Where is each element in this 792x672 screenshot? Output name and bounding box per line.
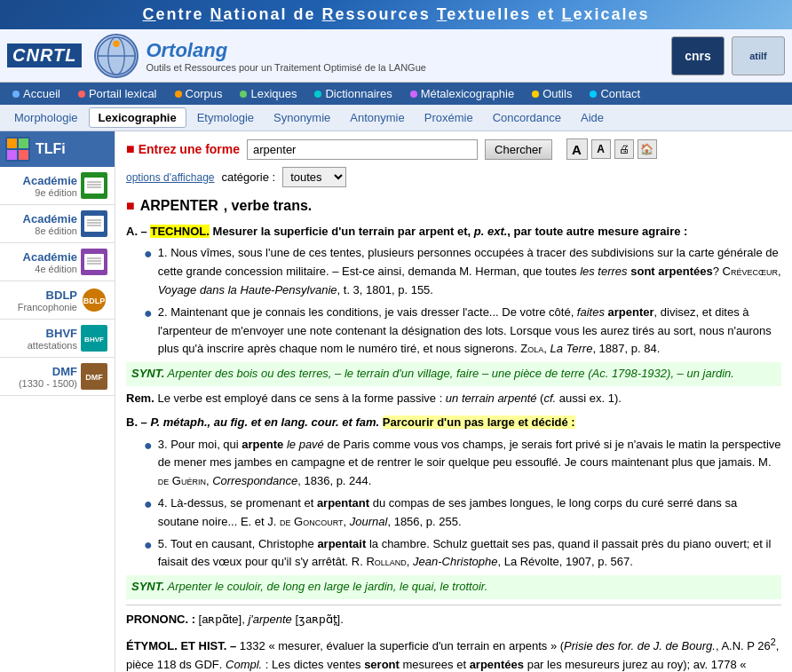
example-5: ● 5. Tout en causant, Christophe arpenta… xyxy=(144,535,781,573)
atilf-logo: atilf xyxy=(732,36,785,75)
sidebar-item-bdlp[interactable]: BDLP Francophonie BDLP xyxy=(0,281,115,320)
nav-dot-contact xyxy=(590,91,597,98)
sidebar-dmf-title: DMF xyxy=(19,365,77,378)
section-a-definition: Mesurer la superficie d'un terrain par a… xyxy=(213,225,688,238)
example-2-text: 2. Maintenant que je connais les conditi… xyxy=(158,304,781,359)
nav-dot-meta xyxy=(410,91,417,98)
sidebar-item-academie8[interactable]: Académie 8e édition xyxy=(0,205,115,243)
tab-concordance[interactable]: Concordance xyxy=(484,108,570,127)
font-controls: A A 🖨 🏠 xyxy=(566,138,657,160)
nav-portail[interactable]: Portail lexical xyxy=(69,83,166,105)
sidebar-bhvf-title: BHVF xyxy=(28,327,77,340)
tab-etymologie[interactable]: Etymologie xyxy=(188,108,263,127)
ortolang-subtitle: Outils et Ressources pour un Traitement … xyxy=(146,62,425,73)
tab-morphologie[interactable]: Morphologie xyxy=(5,108,87,127)
etymol: ÉTYMOL. ET HIST. – 1332 « mesurer, évalu… xyxy=(126,635,781,672)
sub-nav: Morphologie Lexicographie Etymologie Syn… xyxy=(0,105,792,131)
academie8-icon xyxy=(81,210,107,237)
main-content: ■ Entrez une forme Chercher A A 🖨 🏠 opti… xyxy=(115,131,792,672)
tab-lexicographie[interactable]: Lexicographie xyxy=(89,107,186,128)
example-3-text: 3. Pour moi, qui arpente le pavé de Pari… xyxy=(158,436,781,491)
font-decrease-button[interactable]: A xyxy=(591,139,611,159)
sidebar-item-bhvf[interactable]: BHVF attestations BHVF xyxy=(0,320,115,358)
content-wrapper: TLFi Académie 9e édition Ac xyxy=(0,131,792,672)
section-b-head: B. – P. métaph., au fig. et en lang. cou… xyxy=(126,414,781,432)
bookmark-button[interactable]: 🏠 xyxy=(638,139,657,159)
svg-text:BDLP: BDLP xyxy=(83,296,106,305)
site-title: Centre National de Ressources Textuelles… xyxy=(143,5,650,23)
sidebar-item-dmf[interactable]: DMF (1330 - 1500) DMF xyxy=(0,358,115,396)
nav-dot-dictionnaires xyxy=(314,91,321,98)
ortolang-name: Ortolang xyxy=(146,39,425,62)
bdlp-icon: BDLP xyxy=(81,287,107,313)
category-select[interactable]: toutes verbe nom adjectif xyxy=(282,167,346,187)
nav-dot-corpus xyxy=(175,91,182,98)
sidebar-bdlp-sub: Francophonie xyxy=(18,302,77,312)
dmf-icon: DMF xyxy=(81,363,107,390)
sidebar-item-academie9[interactable]: Académie 9e édition xyxy=(0,167,115,205)
etymol-label: ÉTYMOL. ET HIST. – xyxy=(126,639,236,652)
font-increase-button[interactable]: A xyxy=(566,138,588,160)
tlfi-icon xyxy=(5,137,30,162)
example-3: ● 3. Pour moi, qui arpente le pavé de Pa… xyxy=(144,436,781,491)
tab-antonymie[interactable]: Antonymie xyxy=(341,108,413,127)
article: ■ ARPENTER, verbe trans. A. – TECHNOL. M… xyxy=(126,194,781,672)
search-red-square: ■ xyxy=(126,141,135,157)
nav-dot-outils xyxy=(532,91,539,98)
ortolang-bar: CNRTL Ortolang Outils et Ressources pour… xyxy=(0,29,792,83)
nav-outils[interactable]: Outils xyxy=(523,83,581,105)
sidebar-item-academie4[interactable]: Académie 4e édition xyxy=(0,243,115,281)
svg-rect-20 xyxy=(84,254,104,270)
sidebar-bdlp-title: BDLP xyxy=(18,289,77,302)
sidebar-academie8-sub: 8e édition xyxy=(23,225,77,236)
search-button[interactable]: Chercher xyxy=(485,139,551,160)
main-nav: Accueil Portail lexical Corpus Lexiques … xyxy=(0,83,792,105)
svg-rect-6 xyxy=(19,138,28,148)
ortolang-logo: CNRTL Ortolang Outils et Ressources pour… xyxy=(7,34,426,78)
example-5-text: 5. Tout en causant, Christophe arpentait… xyxy=(158,535,781,573)
options-link[interactable]: options d'affichage xyxy=(126,171,214,184)
example-2: ● 2. Maintenant que je connais les condi… xyxy=(144,304,781,359)
academie9-icon xyxy=(81,172,107,199)
svg-text:BHVF: BHVF xyxy=(84,336,104,344)
tab-synonymie[interactable]: Synonymie xyxy=(265,108,339,127)
nav-metalexicographie[interactable]: Métalexicographie xyxy=(401,83,524,105)
nav-dot-portail xyxy=(78,91,85,98)
cnrs-logo: cnrs xyxy=(671,36,725,75)
tab-aide[interactable]: Aide xyxy=(572,108,613,127)
nav-accueil[interactable]: Accueil xyxy=(4,83,69,105)
site-title-bar: Centre National de Ressources Textuelles… xyxy=(0,0,792,29)
section-b-metaph: P. métaph., au fig. et en lang. cour. et… xyxy=(150,415,574,429)
article-word: ARPENTER xyxy=(140,194,218,217)
print-button[interactable]: 🖨 xyxy=(614,139,634,159)
sidebar-dmf-sub: (1330 - 1500) xyxy=(19,378,77,389)
bhvf-icon: BHVF xyxy=(81,325,107,352)
svg-rect-8 xyxy=(19,150,28,160)
technol-label: TECHNOL. xyxy=(150,225,209,238)
section-a: A. – TECHNOL. Mesurer la superficie d'un… xyxy=(126,223,781,408)
svg-rect-5 xyxy=(7,138,17,148)
example-4: ● 4. Là-dessus, se promenant et arpentan… xyxy=(144,494,781,532)
nav-contact[interactable]: Contact xyxy=(581,83,649,105)
definition-highlight: Parcourir d'un pas large et décidé : xyxy=(383,415,575,429)
sidebar-academie4-title: Académie xyxy=(23,250,77,264)
tab-proxemie[interactable]: Proxémie xyxy=(416,108,482,127)
svg-point-3 xyxy=(114,40,120,46)
sidebar-academie8-title: Académie xyxy=(23,212,77,225)
section-a-head: A. – TECHNOL. Mesurer la superficie d'un… xyxy=(126,223,781,241)
partner-logos: cnrs atilf xyxy=(671,36,785,75)
nav-dictionnaires[interactable]: Dictionnaires xyxy=(305,83,400,105)
article-divider xyxy=(126,605,781,605)
svg-rect-15 xyxy=(84,216,104,232)
prononc-label: PRONONC. : xyxy=(126,613,195,626)
nav-dot-lexiques xyxy=(240,91,247,98)
synt-a: SYNT. Arpenter des bois ou des terres, –… xyxy=(126,362,781,386)
nav-corpus[interactable]: Corpus xyxy=(166,83,232,105)
sidebar-academie4-sub: 4e édition xyxy=(23,264,77,274)
sidebar-academie9-title: Académie xyxy=(23,174,77,187)
sidebar-tlfi-header[interactable]: TLFi xyxy=(0,131,115,167)
svg-rect-10 xyxy=(84,178,104,194)
tlfi-label: TLFi xyxy=(36,141,66,157)
nav-lexiques[interactable]: Lexiques xyxy=(231,83,305,105)
search-input[interactable] xyxy=(247,139,478,160)
